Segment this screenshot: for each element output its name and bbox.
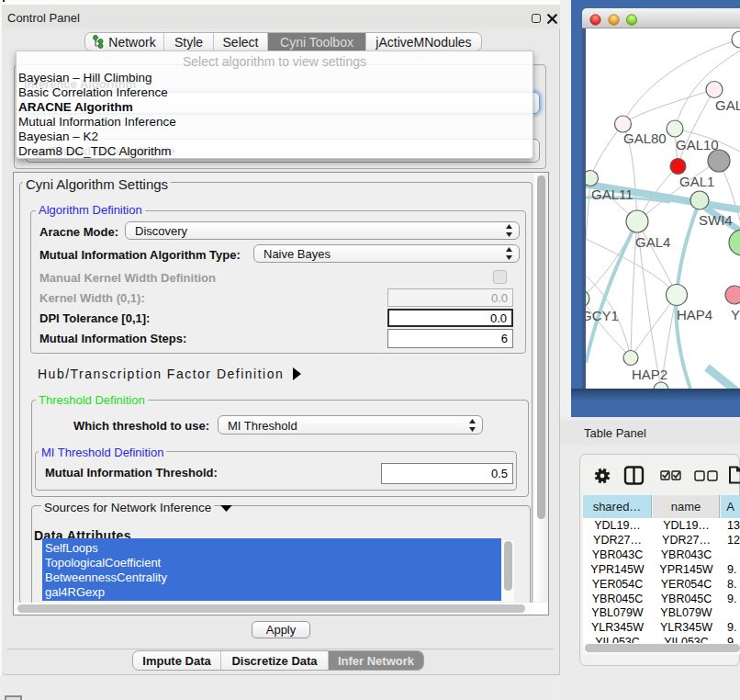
svg-text:GAL11: GAL11 — [591, 186, 633, 202]
svg-text:GAL1: GAL1 — [679, 174, 714, 189]
svg-text:GAL4: GAL4 — [635, 234, 670, 250]
svg-text:HAP2: HAP2 — [632, 367, 667, 382]
svg-text:HAP4: HAP4 — [677, 307, 712, 322]
svg-text:GAL10: GAL10 — [676, 137, 719, 152]
svg-text:GAL: GAL — [715, 97, 740, 113]
svg-text:GCY1: GCY1 — [586, 308, 619, 323]
svg-text:GAL80: GAL80 — [623, 130, 667, 146]
svg-text:SWI4: SWI4 — [699, 212, 733, 228]
svg-text:Y: Y — [731, 307, 740, 322]
